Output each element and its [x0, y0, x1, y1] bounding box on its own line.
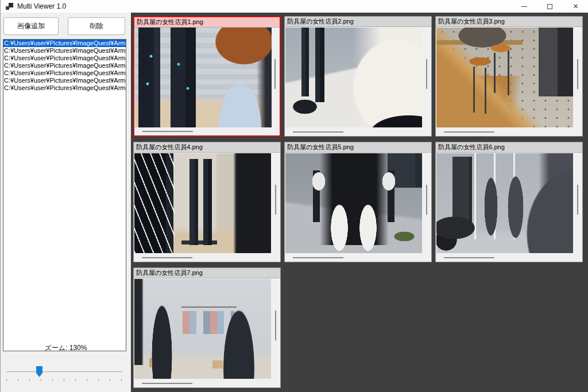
panel-body — [436, 153, 582, 262]
image-panel[interactable]: 防具屋の女性店員7.png — [133, 267, 281, 388]
vertical-scrollbar-thumb[interactable] — [426, 185, 427, 215]
horizontal-scrollbar-thumb[interactable] — [444, 257, 494, 258]
slider-track[interactable] — [6, 371, 122, 372]
vertical-scrollbar-thumb[interactable] — [577, 59, 578, 89]
panel-body — [134, 27, 280, 135]
slider-tick — [52, 379, 53, 381]
slider-tick — [110, 379, 110, 381]
horizontal-scrollbar-thumb[interactable] — [293, 257, 343, 258]
panel-title[interactable]: 防具屋の女性店員5.png — [285, 142, 431, 153]
slider-tick — [29, 379, 30, 381]
image-view[interactable] — [285, 28, 422, 127]
panel-body — [285, 153, 431, 262]
slider-tick — [41, 379, 41, 381]
file-list-item[interactable]: C:¥Users¥user¥Pictures¥ImageQuest¥ArmorS… — [3, 84, 126, 92]
horizontal-scrollbar-thumb[interactable] — [142, 383, 192, 384]
vertical-scrollbar-thumb[interactable] — [275, 311, 276, 340]
file-list-item[interactable]: C:¥Users¥user¥Pictures¥ImageQuest¥ArmorS… — [3, 62, 126, 69]
panel-title[interactable]: 防具屋の女性店員2.png — [285, 17, 431, 27]
image-view[interactable] — [135, 28, 272, 127]
file-list-item[interactable]: C:¥Users¥user¥Pictures¥ImageQuest¥ArmorS… — [3, 77, 126, 84]
image-panel[interactable]: 防具屋の女性店員6.png — [435, 142, 583, 262]
slider-tick — [121, 379, 122, 381]
image-panel[interactable]: 防具屋の女性店員4.png — [133, 142, 281, 262]
panel-body — [436, 27, 582, 136]
close-button[interactable]: ✕ — [563, 0, 588, 13]
image-panel[interactable]: 防具屋の女性店員3.png — [435, 16, 583, 137]
image-panel[interactable]: 防具屋の女性店員2.png — [284, 16, 432, 137]
horizontal-scrollbar-thumb[interactable] — [444, 131, 494, 133]
file-list[interactable]: C:¥Users¥user¥Pictures¥ImageQuest¥ArmorS… — [3, 39, 126, 351]
close-icon: ✕ — [572, 3, 578, 10]
vertical-scrollbar-thumb[interactable] — [274, 59, 276, 89]
window-title: Multi Viewer 1.0 — [17, 2, 66, 10]
horizontal-scrollbar-thumb[interactable] — [142, 257, 192, 258]
horizontal-scrollbar-thumb[interactable] — [142, 131, 193, 132]
app-icon — [6, 3, 13, 10]
file-list-item[interactable]: C:¥Users¥user¥Pictures¥ImageQuest¥ArmorS… — [3, 55, 126, 62]
maximize-button[interactable] — [537, 0, 563, 13]
image-panel[interactable]: 防具屋の女性店員1.png — [133, 16, 281, 137]
title-bar: Multi Viewer 1.0 ✕ — [1, 0, 588, 13]
image-view[interactable] — [134, 153, 271, 253]
slider-tick — [98, 379, 99, 381]
window-controls: ✕ — [511, 0, 588, 13]
vertical-scrollbar-thumb[interactable] — [275, 185, 276, 215]
vertical-scrollbar-thumb[interactable] — [577, 185, 578, 215]
delete-button[interactable]: 削除 — [68, 17, 125, 35]
sidebar: 画像追加 削除 C:¥Users¥user¥Pictures¥ImageQues… — [1, 13, 131, 392]
image-view[interactable] — [436, 28, 573, 127]
panel-body — [134, 153, 280, 262]
slider-tick — [64, 379, 64, 381]
horizontal-scrollbar-thumb[interactable] — [293, 131, 343, 133]
minimize-icon — [521, 6, 527, 7]
add-image-button[interactable]: 画像追加 — [3, 17, 59, 35]
slider-tick — [18, 379, 18, 381]
slider-tick — [87, 379, 87, 381]
panel-title[interactable]: 防具屋の女性店員3.png — [436, 17, 582, 27]
slider-tick — [75, 379, 76, 381]
zoom-slider[interactable] — [6, 363, 122, 386]
slider-tick — [6, 379, 7, 381]
slider-ticks — [6, 379, 122, 382]
file-list-item[interactable]: C:¥Users¥user¥Pictures¥ImageQuest¥ArmorS… — [3, 69, 126, 77]
panel-title[interactable]: 防具屋の女性店員4.png — [134, 142, 280, 153]
file-list-item[interactable]: C:¥Users¥user¥Pictures¥ImageQuest¥ArmorS… — [3, 40, 126, 47]
panel-title[interactable]: 防具屋の女性店員6.png — [436, 142, 582, 153]
slider-thumb[interactable] — [36, 366, 42, 377]
file-list-item[interactable]: C:¥Users¥user¥Pictures¥ImageQuest¥ArmorS… — [3, 47, 126, 55]
image-workspace: 防具屋の女性店員1.png防具屋の女性店員2.png防具屋の女性店員3.png防… — [131, 13, 588, 392]
image-view[interactable] — [285, 153, 422, 253]
panel-grid: 防具屋の女性店員1.png防具屋の女性店員2.png防具屋の女性店員3.png防… — [133, 16, 583, 388]
vertical-scrollbar-thumb[interactable] — [426, 59, 427, 89]
panel-body — [285, 27, 431, 136]
panel-body — [134, 278, 280, 387]
panel-title[interactable]: 防具屋の女性店員7.png — [134, 268, 280, 278]
image-view[interactable] — [134, 279, 271, 379]
zoom-label: ズーム: 130% — [1, 343, 131, 353]
maximize-icon — [547, 4, 552, 9]
minimize-button[interactable] — [511, 0, 537, 13]
image-panel[interactable]: 防具屋の女性店員5.png — [284, 142, 432, 262]
panel-title[interactable]: 防具屋の女性店員1.png — [134, 17, 280, 28]
image-view[interactable] — [436, 153, 573, 253]
